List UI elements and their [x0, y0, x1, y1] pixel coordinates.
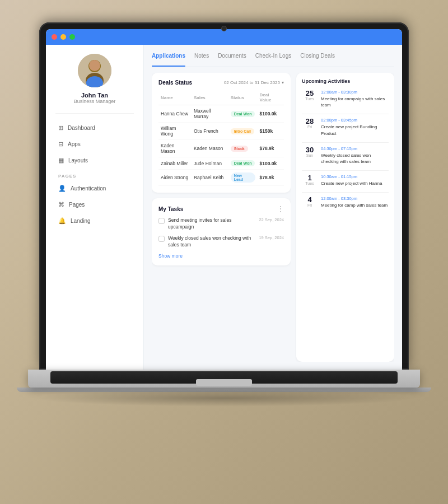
activity-desc: Create new project Bundling Product: [321, 124, 389, 136]
sidebar-item-apps-label: Apps: [68, 141, 81, 147]
cell-status: New Lead: [228, 170, 258, 186]
col-status: Status: [228, 90, 258, 105]
sidebar-item-layouts[interactable]: ▦ Layouts: [53, 153, 137, 168]
activity-divider: [302, 114, 389, 114]
camera-notch: [221, 26, 227, 31]
laptop-frame: John Tan Business Manager ⊞ Dashboard ⊟ …: [22, 22, 426, 482]
person-icon: 👤: [58, 185, 66, 192]
bell-icon: 🔔: [58, 217, 66, 225]
cell-name: Aiden Strong: [158, 170, 192, 186]
title-bar: [46, 29, 402, 45]
activity-day: 4: [307, 196, 311, 203]
sidebar-item-landing[interactable]: 🔔 Landing: [53, 213, 137, 228]
task-date: 19 Sep, 2024: [259, 235, 284, 240]
tabs-bar: Applications Notes Documents Check-In Lo…: [152, 53, 394, 67]
tab-applications[interactable]: Applications: [152, 53, 185, 62]
sidebar-nav: ⊞ Dashboard ⊟ Apps ▦ Layouts PAGES: [46, 120, 143, 230]
sidebar: John Tan Business Manager ⊞ Dashboard ⊟ …: [46, 45, 144, 370]
sidebar-item-landing-label: Landing: [71, 218, 91, 224]
sidebar-item-dashboard[interactable]: ⊞ Dashboard: [53, 120, 137, 136]
task-text: Send meeting invites for sales upcampaig…: [168, 217, 255, 231]
svg-point-3: [89, 60, 100, 71]
deals-status-title: Deals Status: [158, 80, 192, 86]
activity-details: 12:00am - 03:30pm Meeting for camp with …: [321, 196, 389, 208]
activity-day: 25: [306, 90, 314, 97]
cell-status: Stuck: [228, 140, 258, 157]
activity-time: 10:30am - 01:15pm: [321, 174, 389, 179]
tasks-list: Send meeting invites for sales upcampaig…: [158, 217, 284, 249]
show-more-button[interactable]: Show more: [158, 253, 284, 259]
activity-item: 1 Tues 10:30am - 01:15pm Create new proj…: [302, 174, 389, 193]
user-role: Business Manager: [74, 99, 116, 104]
activity-weekday: Tues: [305, 181, 314, 185]
touchpad[interactable]: [196, 379, 252, 386]
activity-item: 4 Fri 12:00am - 03:30pm Meeting for camp…: [302, 196, 389, 208]
activity-weekday: Sun: [306, 153, 313, 157]
close-button[interactable]: [52, 34, 57, 40]
deals-date-range[interactable]: 02 Oct 2024 to 31 Dec 2025 ▾: [224, 80, 284, 85]
activity-details: 02:00pm - 03:45pm Create new project Bun…: [321, 118, 389, 136]
cell-status: Deal Won: [228, 157, 258, 170]
activity-desc: Weekly closed sales won checking with sa…: [321, 152, 389, 165]
layouts-icon: ▦: [58, 157, 64, 164]
main-content: Applications Notes Documents Check-In Lo…: [144, 45, 402, 370]
activity-time: 12:00am - 03:30pm: [321, 196, 389, 201]
task-checkbox[interactable]: [158, 236, 165, 242]
task-checkbox[interactable]: [158, 218, 165, 224]
tasks-more-icon[interactable]: ⋮: [277, 205, 284, 213]
pages-section-label: PAGES: [53, 169, 137, 181]
home-icon: ⊞: [58, 124, 63, 132]
table-shadow: [34, 390, 414, 407]
tasks-title: My Tasks: [158, 206, 183, 212]
status-badge: Deal Won: [231, 111, 255, 117]
col-value: Deal Value: [258, 90, 284, 105]
tab-closing-deals[interactable]: Closing Deals: [300, 53, 335, 62]
sidebar-divider: [55, 113, 133, 114]
cell-sales: Kaden Mason: [192, 140, 228, 157]
activity-date: 28 Fri: [302, 118, 318, 129]
activity-desc: Meeting for campaign with sales team: [321, 96, 389, 108]
activity-item: 30 Sun 04:30pm - 07:15pm Weekly closed s…: [302, 146, 389, 171]
tab-documents[interactable]: Documents: [218, 53, 246, 62]
minimize-button[interactable]: [60, 34, 66, 40]
task-item: Send meeting invites for sales upcampaig…: [158, 217, 284, 231]
table-row: Kaden Mason Kaden Mason Stuck $78.9k: [158, 140, 284, 157]
activity-details: 04:30pm - 07:15pm Weekly closed sales wo…: [321, 146, 389, 165]
cell-value: $150k: [258, 123, 284, 140]
cell-value: $100.0k: [258, 105, 284, 123]
chevron-down-icon: ▾: [282, 80, 284, 85]
cell-status: Deal Won: [228, 105, 258, 123]
cell-name: Kaden Mason: [158, 140, 192, 157]
sidebar-item-apps[interactable]: ⊟ Apps: [53, 137, 137, 152]
activity-item: 25 Tues 12:00am - 03:30pm Meeting for ca…: [302, 90, 389, 114]
upcoming-activities-panel: Upcoming Activities 25 Tues 12:00am - 03…: [296, 73, 394, 362]
user-name: John Tan: [81, 92, 108, 99]
activity-date: 4 Fri: [302, 196, 318, 207]
cell-name: William Wong: [158, 123, 192, 140]
maximize-button[interactable]: [69, 34, 75, 40]
cmd-icon: ⌘: [58, 201, 64, 208]
sidebar-item-layouts-label: Layouts: [68, 157, 88, 164]
app-body: John Tan Business Manager ⊞ Dashboard ⊟ …: [46, 45, 402, 370]
sidebar-item-pages-label: Pages: [69, 202, 85, 208]
sidebar-item-dashboard-label: Dashboard: [68, 125, 95, 131]
tab-checkin-logs[interactable]: Check-In Logs: [255, 53, 291, 62]
sidebar-item-authentication[interactable]: 👤 Authentication: [53, 181, 137, 196]
activity-divider: [302, 142, 389, 143]
col-sales: Sales: [192, 90, 228, 105]
sidebar-item-authentication-label: Authentication: [71, 185, 106, 192]
table-row: Hanna Chew Maxwell Murray Deal Won $100.…: [158, 105, 284, 123]
deals-status-header: Deals Status 02 Oct 2024 to 31 Dec 2025 …: [158, 80, 284, 86]
cell-sales: Otis French: [192, 123, 228, 140]
tab-notes[interactable]: Notes: [194, 53, 209, 62]
activity-day: 30: [306, 146, 314, 153]
traffic-lights: [52, 34, 75, 40]
screen-bezel: John Tan Business Manager ⊞ Dashboard ⊟ …: [39, 22, 409, 370]
activity-details: 10:30am - 01:15pm Create new project wit…: [321, 174, 389, 186]
status-badge: Intro Call: [231, 128, 254, 134]
activity-day: 1: [307, 174, 311, 181]
activity-day: 28: [306, 118, 314, 125]
cell-value: $78.9k: [258, 140, 284, 157]
activity-date: 30 Sun: [302, 146, 318, 157]
sidebar-item-pages[interactable]: ⌘ Pages: [53, 197, 137, 212]
